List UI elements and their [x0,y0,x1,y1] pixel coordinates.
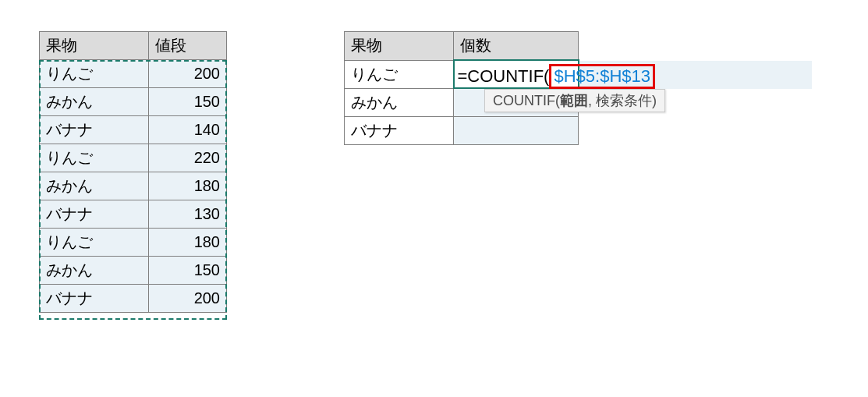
cell-price[interactable]: 220 [149,144,227,172]
cell-fruit[interactable]: みかん [40,172,149,200]
cell-price[interactable]: 140 [149,116,227,144]
cell-price[interactable]: 200 [149,285,227,313]
cell-fruit[interactable]: りんご [40,144,149,172]
header-fruit[interactable]: 果物 [345,32,454,61]
header-fruit[interactable]: 果物 [40,32,149,60]
cell-price[interactable]: 180 [149,229,227,257]
cell-fruit[interactable]: りんご [345,60,454,88]
cell-fruit[interactable]: バナナ [40,200,149,229]
cell-fruit[interactable]: バナナ [40,116,149,144]
cell-fruit[interactable]: りんご [40,229,149,257]
cell-fruit[interactable]: みかん [40,88,149,116]
header-price[interactable]: 値段 [149,32,227,60]
tooltip-arg-current: 範囲 [560,93,588,108]
source-table[interactable]: 果物 値段 りんご200 みかん150 バナナ140 りんご220 みかん180… [39,31,227,313]
formula-range-ref: $H$5:$H$13 [554,66,650,86]
cell-price[interactable]: 150 [149,257,227,285]
cell-fruit[interactable]: バナナ [40,285,149,313]
cell-fruit[interactable]: バナナ [345,116,454,144]
cell-count[interactable] [454,116,579,144]
cell-price[interactable]: 200 [149,60,227,88]
cell-fruit[interactable]: りんご [40,60,149,88]
cell-price[interactable]: 130 [149,200,227,229]
cell-fruit[interactable]: みかん [345,88,454,116]
tooltip-rest: , 検索条件) [588,93,657,108]
cell-price[interactable]: 180 [149,172,227,200]
formula-cell[interactable]: =COUNTIF($H$5:$H$13 [454,60,579,88]
formula-range-highlight: $H$5:$H$13 [549,64,655,89]
cell-price[interactable]: 150 [149,88,227,116]
header-count[interactable]: 個数 [454,32,579,61]
tooltip-fn: COUNTIF( [493,93,560,108]
formula-prefix: =COUNTIF( [458,66,550,87]
function-tooltip: COUNTIF(範囲, 検索条件) [484,89,665,112]
formula-text: =COUNTIF($H$5:$H$13 [458,64,656,89]
cell-fruit[interactable]: みかん [40,257,149,285]
result-table[interactable]: 果物 個数 りんご =COUNTIF($H$5:$H$13 みかん [344,31,579,145]
